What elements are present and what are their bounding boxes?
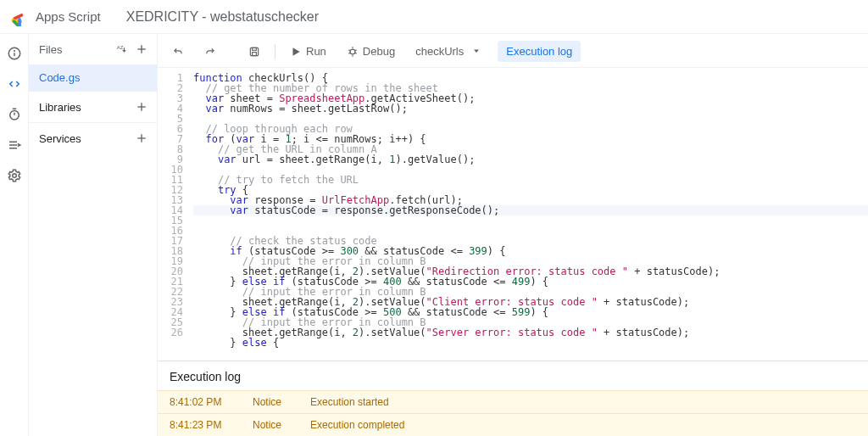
main: Run Debug checkUrls Execution log 123456…	[158, 34, 868, 436]
execution-log-rows: 8:41:02 PMNoticeExecution started8:41:23…	[158, 390, 868, 436]
svg-point-12	[12, 174, 16, 178]
redo-button[interactable]	[198, 42, 222, 61]
svg-line-29	[355, 53, 357, 53]
execution-log-button[interactable]: Execution log	[498, 41, 581, 62]
libraries-row[interactable]: Libraries	[29, 91, 157, 122]
svg-line-28	[348, 53, 350, 53]
info-icon[interactable]	[7, 46, 22, 61]
services-label: Services	[39, 132, 81, 145]
add-library-icon[interactable]	[135, 100, 148, 114]
svg-line-26	[348, 49, 350, 50]
function-select[interactable]: checkUrls	[409, 42, 489, 61]
app-name: Apps Script	[36, 9, 101, 24]
settings-icon[interactable]	[7, 168, 22, 183]
files-label: Files	[39, 43, 62, 56]
svg-marker-23	[293, 48, 300, 55]
logo-cluster: Apps Script	[10, 8, 101, 26]
run-button[interactable]: Run	[284, 42, 332, 61]
svg-text:AZ: AZ	[117, 45, 124, 50]
file-code-gs[interactable]: Code.gs	[29, 64, 157, 91]
svg-rect-3	[18, 17, 21, 25]
svg-line-27	[355, 49, 357, 50]
project-title[interactable]: XEDRICITY - webstatuschecker	[126, 9, 319, 25]
sort-icon[interactable]: AZ	[114, 42, 128, 56]
toolbar-divider	[275, 44, 275, 59]
save-button[interactable]	[242, 42, 266, 61]
editor-icon[interactable]	[7, 76, 22, 92]
svg-rect-22	[253, 52, 257, 55]
svg-point-24	[350, 49, 355, 54]
add-service-icon[interactable]	[135, 131, 148, 145]
apps-script-logo-icon	[10, 8, 29, 26]
code-area[interactable]: function checkUrls() { // get the number…	[190, 68, 868, 361]
svg-rect-21	[253, 48, 257, 50]
toolbar: Run Debug checkUrls Execution log	[166, 41, 860, 62]
triggers-icon[interactable]	[7, 107, 22, 122]
execution-log-panel: Execution log 8:41:02 PMNoticeExecution …	[158, 361, 868, 436]
execution-log-title: Execution log	[158, 361, 868, 390]
code-editor[interactable]: 1234567891011121314151617181920212223242…	[158, 68, 868, 361]
files-header: Files AZ	[29, 34, 157, 64]
svg-point-6	[14, 51, 14, 52]
chevron-down-icon	[471, 46, 483, 58]
debug-button[interactable]: Debug	[341, 42, 401, 61]
left-rail	[0, 34, 29, 436]
execution-log-row: 8:41:23 PMNoticeExecution completed	[158, 413, 868, 436]
undo-button[interactable]	[166, 42, 190, 61]
svg-marker-31	[474, 49, 479, 53]
executions-icon[interactable]	[7, 137, 22, 153]
execution-log-row: 8:41:02 PMNoticeExecution started	[158, 390, 868, 413]
add-file-icon[interactable]	[135, 42, 148, 56]
line-gutter: 1234567891011121314151617181920212223242…	[158, 68, 190, 361]
header: Apps Script XEDRICITY - webstatuschecker	[0, 0, 868, 34]
libraries-label: Libraries	[39, 101, 81, 114]
sidebar: Files AZ Code.gs Libraries Services	[29, 34, 158, 436]
services-row[interactable]: Services	[29, 122, 157, 154]
